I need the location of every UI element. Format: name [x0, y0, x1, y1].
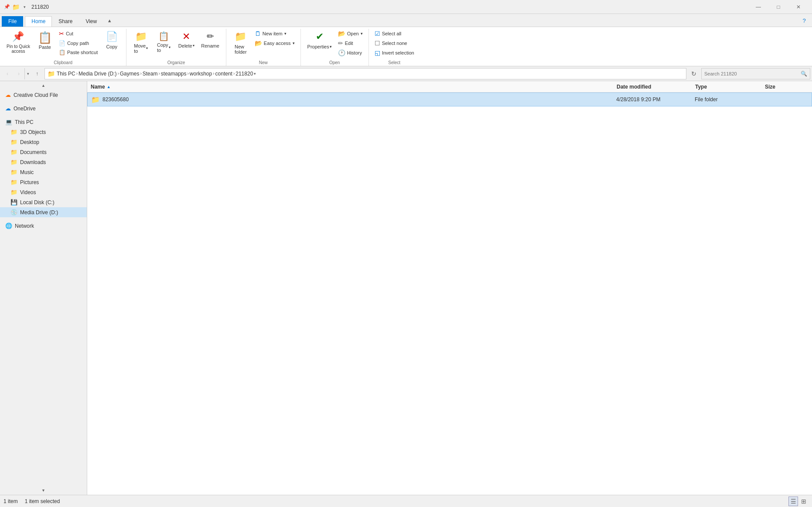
paste-button[interactable]: 📋 Paste	[34, 29, 56, 52]
breadcrumb-content[interactable]: content	[215, 71, 232, 77]
new-folder-button[interactable]: 📁 Newfolder	[230, 29, 252, 57]
back-button[interactable]: ‹	[2, 68, 13, 79]
select-none-button[interactable]: ☐ Select none	[372, 38, 416, 48]
breadcrumb-sep-6: ›	[213, 71, 214, 76]
sidebar-item-this-pc[interactable]: 💻 This PC	[0, 117, 87, 127]
sidebar-item-label-videos: Videos	[20, 189, 36, 195]
sidebar-item-media-drive[interactable]: 💿 Media Drive (D:)	[0, 207, 87, 217]
breadcrumb-steam[interactable]: Steam	[143, 71, 158, 77]
details-view-button[interactable]: ☰	[788, 497, 798, 506]
breadcrumb-workshop[interactable]: workshop	[190, 71, 212, 77]
paste-icon: 📋	[38, 31, 52, 45]
breadcrumb-media-drive[interactable]: Media Drive (D:)	[78, 71, 116, 77]
copy-icon: 📄	[106, 31, 118, 42]
copy-path-label: Copy path	[67, 41, 89, 46]
sidebar-item-onedrive[interactable]: ☁ OneDrive	[0, 103, 87, 113]
delete-button[interactable]: ✕ Delete ▾	[175, 29, 197, 49]
sidebar-item-music[interactable]: 📁 Music	[0, 167, 87, 177]
properties-button[interactable]: ✔ Properties ▾	[304, 29, 335, 51]
open-icon: 📂	[338, 30, 345, 37]
column-header-type[interactable]: Type	[695, 84, 765, 90]
close-button[interactable]: ✕	[788, 0, 809, 14]
sidebar-item-videos[interactable]: 📁 Videos	[0, 187, 87, 197]
search-input[interactable]	[704, 71, 801, 76]
properties-dropdown-icon[interactable]: ▾	[330, 45, 332, 49]
invert-selection-button[interactable]: ◱ Invert selection	[372, 48, 416, 58]
copy-to-button[interactable]: 📋 Copyto ▾	[153, 29, 174, 53]
breadcrumb-sep-5: ›	[188, 71, 189, 76]
breadcrumb-211820[interactable]: 211820	[235, 71, 253, 77]
organize-label: Organize	[130, 59, 222, 66]
copy-path-button[interactable]: 📄 Copy path	[57, 39, 100, 48]
sidebar-item-documents[interactable]: 📁 Documents	[0, 147, 87, 157]
sidebar-item-desktop[interactable]: 📁 Desktop	[0, 137, 87, 147]
breadcrumb-this-pc[interactable]: This PC	[57, 71, 75, 77]
sidebar-item-pictures[interactable]: 📁 Pictures	[0, 177, 87, 187]
up-button[interactable]: ↑	[31, 68, 43, 79]
title-bar-icons: 📌 📁 ▾	[3, 3, 28, 10]
select-all-button[interactable]: ☑ Select all	[372, 29, 416, 38]
pin-to-quick-access-button[interactable]: 📌 Pin to Quickaccess	[3, 29, 33, 56]
paste-shortcut-icon: 📋	[59, 49, 65, 55]
column-header-size[interactable]: Size	[765, 84, 809, 90]
easy-access-button[interactable]: 📂 Easy access ▾	[252, 38, 297, 48]
edit-label: Edit	[345, 41, 353, 46]
title-bar: 📌 📁 ▾ 211820 — □ ✕	[0, 0, 812, 14]
forward-button[interactable]: ›	[13, 68, 24, 79]
clipboard-content: 📌 Pin to Quickaccess 📋 Paste ✂ Cut 📄 Cop…	[3, 29, 123, 59]
refresh-button[interactable]: ↻	[688, 68, 699, 79]
local-disk-icon: 💾	[10, 199, 17, 206]
cut-button[interactable]: ✂ Cut	[57, 29, 100, 38]
column-header-name[interactable]: Name ▲	[91, 84, 617, 90]
new-item-dropdown-icon[interactable]: ▾	[284, 31, 287, 36]
easy-access-dropdown-icon[interactable]: ▾	[293, 41, 295, 45]
sidebar-item-label-3d-objects: 3D Objects	[20, 129, 46, 135]
select-col: ☑ Select all ☐ Select none ◱ Invert sele…	[372, 29, 416, 58]
properties-icon: ✔	[316, 31, 324, 42]
tab-view[interactable]: View	[79, 16, 103, 27]
history-button[interactable]: 🕐 History	[336, 48, 365, 58]
tab-home[interactable]: Home	[25, 16, 52, 27]
sidebar-item-network[interactable]: 🌐 Network	[0, 221, 87, 231]
file-type-cell: File folder	[695, 96, 764, 103]
table-row[interactable]: 📁 823605680 4/28/2018 9:20 PM File folde…	[87, 92, 812, 106]
new-label: New	[230, 59, 297, 66]
maximize-button[interactable]: □	[768, 0, 788, 14]
breadcrumb-dropdown-icon[interactable]: ▾	[254, 72, 256, 76]
ribbon-collapse-button[interactable]: ▲	[103, 14, 116, 27]
tab-share[interactable]: Share	[52, 16, 79, 27]
sidebar-item-creative-cloud[interactable]: ☁ Creative Cloud File	[0, 90, 87, 100]
sidebar-scroll-up[interactable]: ▲	[0, 81, 87, 90]
delete-dropdown-icon[interactable]: ▾	[193, 44, 194, 48]
open-button[interactable]: 📂 Open ▾	[336, 29, 365, 38]
large-icons-view-button[interactable]: ⊞	[799, 497, 809, 506]
nav-history-dropdown[interactable]: ▾	[24, 68, 31, 79]
sidebar-scroll-down[interactable]: ▼	[0, 486, 87, 495]
breadcrumb-steamapps[interactable]: steamapps	[161, 71, 187, 77]
open-dropdown-icon[interactable]: ▾	[361, 31, 363, 36]
copy-to-dropdown-icon[interactable]: ▾	[169, 45, 171, 49]
paste-shortcut-button[interactable]: 📋 Paste shortcut	[57, 48, 100, 57]
sidebar-item-downloads[interactable]: 📁 Downloads	[0, 157, 87, 167]
help-button[interactable]: ?	[798, 14, 810, 27]
titlebar-dropdown-icon[interactable]: ▾	[21, 3, 28, 10]
sidebar-item-local-disk[interactable]: 💾 Local Disk (C:)	[0, 197, 87, 207]
cut-label: Cut	[66, 31, 73, 36]
breadcrumb-gaymes[interactable]: Gaymes	[120, 71, 140, 77]
cut-icon: ✂	[59, 30, 64, 37]
copy-label: Copy	[106, 44, 117, 49]
move-to-dropdown-icon[interactable]: ▾	[146, 46, 148, 50]
edit-button[interactable]: ✏ Edit	[336, 38, 365, 48]
file-name-text: 823605680	[102, 96, 129, 103]
tab-file[interactable]: File	[2, 16, 23, 27]
search-icon[interactable]: 🔍	[801, 71, 807, 77]
column-header-date[interactable]: Date modified	[617, 84, 695, 90]
sidebar-item-3d-objects[interactable]: 📁 3D Objects	[0, 127, 87, 137]
minimize-button[interactable]: —	[748, 0, 768, 14]
rename-button[interactable]: ✏ Rename	[198, 29, 222, 51]
new-item-icon: 🗒	[255, 30, 261, 37]
window-controls: — □ ✕	[748, 0, 809, 14]
move-to-button[interactable]: 📁 Moveto ▾	[130, 29, 152, 54]
copy-button[interactable]: 📄 Copy	[101, 29, 123, 51]
new-item-button[interactable]: 🗒 New item ▾	[252, 29, 297, 38]
